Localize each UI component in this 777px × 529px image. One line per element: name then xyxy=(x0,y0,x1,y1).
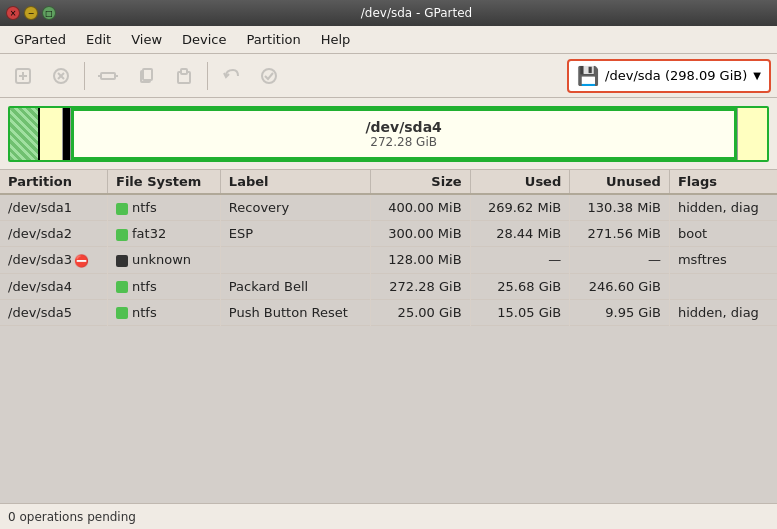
col-partition: Partition xyxy=(0,170,108,194)
cell-label xyxy=(220,247,370,274)
menu-partition[interactable]: Partition xyxy=(237,28,311,51)
cell-partition: /dev/sda1 xyxy=(0,194,108,221)
col-flags: Flags xyxy=(669,170,777,194)
cell-unused: 271.56 MiB xyxy=(570,221,670,247)
col-size: Size xyxy=(370,170,470,194)
status-text: 0 operations pending xyxy=(8,510,136,524)
disk-icon: 💾 xyxy=(577,65,599,86)
delete-button[interactable] xyxy=(44,59,78,93)
device-label: /dev/sda (298.09 GiB) xyxy=(605,68,747,83)
cell-partition: /dev/sda5 xyxy=(0,299,108,325)
cell-size: 400.00 MiB xyxy=(370,194,470,221)
cell-unused: 130.38 MiB xyxy=(570,194,670,221)
close-button[interactable]: × xyxy=(6,6,20,20)
maximize-button[interactable]: □ xyxy=(42,6,56,20)
cell-unused: — xyxy=(570,247,670,274)
resize-button[interactable] xyxy=(91,59,125,93)
fs-color-indicator xyxy=(116,281,128,293)
svg-point-13 xyxy=(262,69,276,83)
table-row[interactable]: /dev/sda4ntfsPackard Bell272.28 GiB25.68… xyxy=(0,273,777,299)
minimize-button[interactable]: − xyxy=(24,6,38,20)
disk-partition-sda4-visual[interactable]: /dev/sda4 272.28 GiB xyxy=(71,108,737,160)
cell-filesystem: ntfs xyxy=(108,194,221,221)
menu-device[interactable]: Device xyxy=(172,28,236,51)
paste-button[interactable] xyxy=(167,59,201,93)
col-label: Label xyxy=(220,170,370,194)
table-row[interactable]: /dev/sda2fat32ESP300.00 MiB28.44 MiB271.… xyxy=(0,221,777,247)
undo-button[interactable] xyxy=(214,59,248,93)
cell-size: 272.28 GiB xyxy=(370,273,470,299)
table-row[interactable]: /dev/sda5ntfsPush Button Reset25.00 GiB1… xyxy=(0,299,777,325)
disk-sda4-size: 272.28 GiB xyxy=(370,135,437,149)
cell-used: 28.44 MiB xyxy=(470,221,570,247)
cell-label: Push Button Reset xyxy=(220,299,370,325)
disk-visualization: /dev/sda4 272.28 GiB xyxy=(0,98,777,170)
table-row[interactable]: /dev/sda3 ⛔unknown128.00 MiB——msftres xyxy=(0,247,777,274)
cell-size: 25.00 GiB xyxy=(370,299,470,325)
menu-edit[interactable]: Edit xyxy=(76,28,121,51)
cell-used: 269.62 MiB xyxy=(470,194,570,221)
window-controls[interactable]: × − □ xyxy=(6,6,56,20)
warning-icon: ⛔ xyxy=(74,254,89,268)
table-header: Partition File System Label Size Used Un… xyxy=(0,170,777,194)
titlebar: × − □ /dev/sda - GParted xyxy=(0,0,777,26)
col-filesystem: File System xyxy=(108,170,221,194)
menu-help[interactable]: Help xyxy=(311,28,361,51)
separator-1 xyxy=(84,62,85,90)
toolbar: 💾 /dev/sda (298.09 GiB) ▼ xyxy=(0,54,777,98)
fs-color-indicator xyxy=(116,255,128,267)
new-button[interactable] xyxy=(6,59,40,93)
fs-color-indicator xyxy=(116,307,128,319)
disk-sda4-label: /dev/sda4 xyxy=(365,119,441,135)
cell-filesystem: ntfs xyxy=(108,273,221,299)
disk-visual-inner: /dev/sda4 272.28 GiB xyxy=(8,106,769,162)
disk-partition-sda3-visual[interactable] xyxy=(63,108,71,160)
cell-flags: boot xyxy=(669,221,777,247)
col-unused: Unused xyxy=(570,170,670,194)
disk-partition-sda2-visual[interactable] xyxy=(40,108,63,160)
cell-used: 25.68 GiB xyxy=(470,273,570,299)
svg-rect-10 xyxy=(143,69,152,80)
cell-partition: /dev/sda4 xyxy=(0,273,108,299)
fs-color-indicator xyxy=(116,229,128,241)
cell-filesystem: unknown xyxy=(108,247,221,274)
cell-partition: /dev/sda3 ⛔ xyxy=(0,247,108,274)
svg-rect-12 xyxy=(181,69,187,74)
disk-partition-sda1-visual[interactable] xyxy=(10,108,40,160)
partition-table: Partition File System Label Size Used Un… xyxy=(0,170,777,326)
cell-flags xyxy=(669,273,777,299)
copy-button[interactable] xyxy=(129,59,163,93)
cell-label: ESP xyxy=(220,221,370,247)
cell-filesystem: fat32 xyxy=(108,221,221,247)
window-title: /dev/sda - GParted xyxy=(62,6,771,20)
cell-flags: msftres xyxy=(669,247,777,274)
cell-label: Recovery xyxy=(220,194,370,221)
cell-size: 128.00 MiB xyxy=(370,247,470,274)
col-used: Used xyxy=(470,170,570,194)
svg-rect-6 xyxy=(101,73,115,79)
menu-gparted[interactable]: GParted xyxy=(4,28,76,51)
separator-2 xyxy=(207,62,208,90)
cell-label: Packard Bell xyxy=(220,273,370,299)
cell-flags: hidden, diag xyxy=(669,299,777,325)
cell-used: 15.05 GiB xyxy=(470,299,570,325)
disk-partition-sda5-visual[interactable] xyxy=(737,108,767,160)
table-row[interactable]: /dev/sda1ntfsRecovery400.00 MiB269.62 Mi… xyxy=(0,194,777,221)
menu-view[interactable]: View xyxy=(121,28,172,51)
statusbar: 0 operations pending xyxy=(0,503,777,529)
cell-used: — xyxy=(470,247,570,274)
menubar: GParted Edit View Device Partition Help xyxy=(0,26,777,54)
cell-unused: 9.95 GiB xyxy=(570,299,670,325)
fs-color-indicator xyxy=(116,203,128,215)
device-selector[interactable]: 💾 /dev/sda (298.09 GiB) ▼ xyxy=(567,59,771,93)
chevron-down-icon: ▼ xyxy=(753,70,761,81)
cell-partition: /dev/sda2 xyxy=(0,221,108,247)
cell-unused: 246.60 GiB xyxy=(570,273,670,299)
table-body: /dev/sda1ntfsRecovery400.00 MiB269.62 Mi… xyxy=(0,194,777,325)
apply-button[interactable] xyxy=(252,59,286,93)
partition-table-area: Partition File System Label Size Used Un… xyxy=(0,170,777,503)
cell-size: 300.00 MiB xyxy=(370,221,470,247)
cell-flags: hidden, diag xyxy=(669,194,777,221)
cell-filesystem: ntfs xyxy=(108,299,221,325)
